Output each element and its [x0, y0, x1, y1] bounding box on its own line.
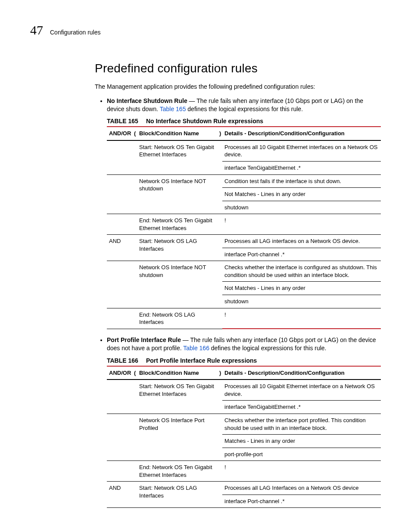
th-block: Block/Condition Name: [137, 366, 217, 380]
cell-andor: [107, 214, 132, 235]
rule-1-name: No Interface Shutdown Rule: [107, 97, 187, 104]
cell-andor: [107, 174, 132, 214]
table-row: ANDStart: Network OS LAG InterfacesProce…: [107, 235, 381, 248]
cell-block: End: Network OS Ten Gigabit Ethernet Int…: [137, 214, 217, 235]
table-165-caption: TABLE 165No Interface Shutdown Rule expr…: [107, 117, 381, 125]
breadcrumb: Configuration rules: [50, 28, 101, 37]
rule-1-table-link[interactable]: Table 165: [160, 106, 186, 112]
rule-2-item: Port Profile Interface Rule — The rule f…: [107, 336, 381, 508]
cell-details: !: [222, 461, 381, 482]
cell-details: shutdown: [222, 201, 381, 214]
table-row: Start: Network OS Ten Gigabit Ethernet I…: [107, 140, 381, 162]
cell-block: Start: Network OS LAG Interfaces: [137, 482, 217, 508]
cell-details: interface Port-channel .*: [222, 495, 381, 508]
table-row: Network OS Interface NOT shutdownConditi…: [107, 174, 381, 188]
th-paren-close: ): [217, 366, 222, 380]
rules-list: No Interface Shutdown Rule — The rule fa…: [95, 97, 381, 508]
table-166-number: TABLE 166: [107, 357, 138, 364]
cell-details: Processes all 10 Gigabit Ethernet interf…: [222, 380, 381, 401]
table-row: End: Network OS LAG Interfaces!: [107, 308, 381, 329]
cell-details: Matches - Lines in any order: [222, 435, 381, 448]
cell-details: interface Port-channel .*: [222, 248, 381, 261]
cell-block: Network OS Interface Port Profiled: [137, 414, 217, 461]
th-andor: AND/OR: [107, 127, 132, 140]
cell-details: Not Matches - Lines in any order: [222, 282, 381, 295]
cell-details: Processes all LAG Interfaces on a Networ…: [222, 482, 381, 495]
cell-andor: [107, 308, 132, 329]
cell-paren-close: [217, 414, 222, 461]
cell-details: Processes all LAG interfaces on a Networ…: [222, 235, 381, 248]
cell-paren-open: [132, 235, 137, 261]
cell-andor: AND: [107, 235, 132, 261]
th-andor: AND/OR: [107, 366, 132, 380]
cell-paren-close: [217, 380, 222, 414]
cell-block: End: Network OS LAG Interfaces: [137, 308, 217, 329]
table-165: AND/OR ( Block/Condition Name ) Details …: [107, 126, 381, 329]
table-165-number: TABLE 165: [107, 118, 138, 124]
cell-paren-close: [217, 235, 222, 261]
cell-andor: [107, 140, 132, 174]
cell-paren-open: [132, 482, 137, 508]
cell-details: Checks whether the interface is configur…: [222, 261, 381, 282]
table-166: AND/OR ( Block/Condition Name ) Details …: [107, 366, 381, 508]
cell-details: interface TenGigabitEthernet .*: [222, 162, 381, 175]
th-paren-open: (: [132, 366, 137, 380]
th-details: Details - Description/Condition/Configur…: [222, 366, 381, 380]
rule-1-item: No Interface Shutdown Rule — The rule fa…: [107, 97, 381, 333]
section-title: Predefined configuration rules: [95, 60, 381, 77]
cell-paren-close: [217, 461, 222, 482]
cell-details: Processes all 10 Gigabit Ethernet interf…: [222, 140, 381, 162]
cell-paren-close: [217, 214, 222, 235]
cell-paren-open: [132, 414, 137, 461]
page: 47 Configuration rules Predefined config…: [0, 0, 411, 532]
cell-andor: [107, 461, 132, 482]
cell-block: Network OS Interface NOT shutdown: [137, 174, 217, 214]
th-paren-open: (: [132, 127, 137, 140]
table-row: Start: Network OS Ten Gigabit Ethernet I…: [107, 380, 381, 401]
cell-block: Network OS Interface NOT shutdown: [137, 261, 217, 308]
table-row: End: Network OS Ten Gigabit Ethernet Int…: [107, 461, 381, 482]
cell-andor: [107, 414, 132, 461]
cell-block: Start: Network OS LAG Interfaces: [137, 235, 217, 261]
table-row: Network OS Interface Port ProfiledChecks…: [107, 414, 381, 435]
cell-details: !: [222, 308, 381, 329]
rule-1-desc-b: defines the logical expressions for this…: [186, 106, 303, 112]
th-block: Block/Condition Name: [137, 127, 217, 140]
cell-details: Checks whether the interface port profil…: [222, 414, 381, 435]
cell-details: interface TenGigabitEthernet .*: [222, 401, 381, 414]
rule-2-name: Port Profile Interface Rule: [107, 336, 181, 343]
cell-andor: [107, 380, 132, 414]
cell-paren-open: [132, 214, 137, 235]
cell-andor: AND: [107, 482, 132, 508]
cell-paren-open: [132, 261, 137, 308]
intro-paragraph: The Management application provides the …: [95, 83, 381, 91]
cell-paren-close: [217, 140, 222, 174]
table-166-title: Port Profile Interface Rule expressions: [146, 357, 257, 364]
cell-block: Start: Network OS Ten Gigabit Ethernet I…: [137, 380, 217, 414]
th-details: Details - Description/Condition/Configur…: [222, 127, 381, 140]
table-header-row: AND/OR ( Block/Condition Name ) Details …: [107, 127, 381, 140]
table-row: End: Network OS Ten Gigabit Ethernet Int…: [107, 214, 381, 235]
content-area: Predefined configuration rules The Manag…: [95, 60, 381, 508]
table-165-title: No Interface Shutdown Rule expressions: [146, 118, 263, 124]
cell-paren-open: [132, 308, 137, 329]
cell-andor: [107, 261, 132, 308]
rule-2-table-link[interactable]: Table 166: [183, 345, 209, 352]
cell-block: End: Network OS Ten Gigabit Ethernet Int…: [137, 461, 217, 482]
cell-paren-open: [132, 380, 137, 414]
table-166-caption: TABLE 166Port Profile Interface Rule exp…: [107, 357, 381, 365]
cell-details: !: [222, 214, 381, 235]
page-header: 47 Configuration rules: [30, 24, 381, 37]
cell-paren-open: [132, 174, 137, 214]
chapter-number: 47: [30, 24, 43, 37]
cell-details: shutdown: [222, 295, 381, 308]
cell-paren-open: [132, 461, 137, 482]
cell-paren-close: [217, 482, 222, 508]
cell-details: Condition test fails if the interface is…: [222, 174, 381, 188]
cell-block: Start: Network OS Ten Gigabit Ethernet I…: [137, 140, 217, 174]
cell-paren-close: [217, 174, 222, 214]
cell-paren-close: [217, 261, 222, 308]
rule-2-desc-b: defines the logical expressions for this…: [209, 345, 327, 352]
cell-details: Not Matches - Lines in any order: [222, 188, 381, 201]
cell-details: port-profile-port: [222, 448, 381, 461]
